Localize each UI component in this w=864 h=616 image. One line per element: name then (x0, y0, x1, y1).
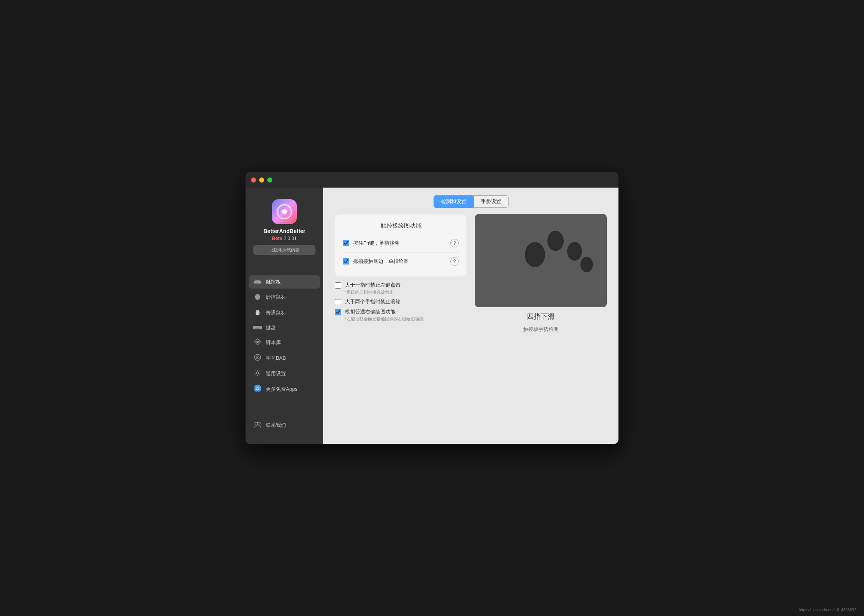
left-panel: 触控板绘图功能 按住Fn键，单指移动 ? 拇指接触底边，单指绘图 ? (335, 214, 467, 436)
svg-point-1 (282, 209, 287, 214)
finger-dot-2 (547, 231, 564, 251)
sidebar-item-learn-bab[interactable]: 学习BAB (249, 351, 320, 365)
general-icon (253, 369, 262, 378)
option-row-disable-left: 大于一指时禁止左键点击 *系统的三指拖拽会被禁止 (335, 282, 467, 295)
content: BetterAndBetter Beta 2.0.01 此版本测试内容 (246, 188, 618, 444)
general-label: 通用设置 (266, 370, 286, 377)
scripts-icon (253, 338, 262, 347)
option-text-disable-left: 大于一指时禁止左键点击 *系统的三指拖拽会被禁止 (345, 282, 401, 295)
sidebar-item-touchpad[interactable]: 触控板 (249, 275, 320, 289)
title-bar (246, 172, 618, 188)
main-content-area: 触控板绘图功能 按住Fn键，单指移动 ? 拇指接触底边，单指绘图 ? (323, 214, 618, 444)
option-rows: 大于一指时禁止左键点击 *系统的三指拖拽会被禁止 大于两个手指时禁止滚轮 (335, 282, 467, 322)
minimize-button[interactable] (259, 177, 264, 183)
contact-icon (253, 421, 262, 429)
option-row-simulate-right: 模拟普通右键绘图功能 *右键拖移会触发普通鼠标的右键绘图功能 (335, 308, 467, 322)
svg-rect-2 (254, 281, 261, 284)
checkbox-row-fn: 按住Fn键，单指移动 ? (343, 236, 459, 251)
more-apps-icon: A (253, 385, 262, 393)
svg-rect-10 (256, 327, 257, 327)
normal-mouse-label: 普通鼠标 (266, 310, 286, 317)
thumb-label: 拇指接触底边，单指绘图 (353, 258, 409, 265)
thumb-help[interactable]: ? (450, 257, 459, 266)
card-divider (343, 252, 459, 252)
more-apps-label: 更多免费Apps (266, 386, 298, 393)
simulate-right-label: 模拟普通右键绘图功能 (345, 308, 423, 315)
finger-dot-4 (580, 257, 593, 272)
svg-point-18 (257, 357, 258, 358)
option-text-disable-scroll: 大于两个手指时禁止滚轮 (345, 298, 401, 305)
disable-left-label: 大于一指时禁止左键点击 (345, 282, 401, 289)
maximize-button[interactable] (267, 177, 272, 183)
sidebar-nav: 触控板 妙控鼠标 (246, 275, 323, 414)
simulate-right-checkbox[interactable] (335, 309, 341, 315)
scripts-label: 脚本库 (266, 339, 281, 346)
tab-bar: 检测和设置 手势设置 (323, 188, 618, 214)
app-window: BetterAndBetter Beta 2.0.01 此版本测试内容 (246, 172, 618, 444)
thumb-checkbox[interactable] (343, 258, 349, 264)
disable-scroll-checkbox[interactable] (335, 299, 341, 305)
finger-dot-1 (525, 242, 545, 267)
keyboard-icon (253, 324, 262, 331)
beta-button[interactable]: 此版本测试内容 (253, 245, 315, 255)
right-panel: 四指下滑 触控板手势检测 (475, 214, 607, 436)
fn-key-checkbox[interactable] (343, 240, 349, 246)
url-bar: https://blog.csdn.net/u014306892 (799, 608, 856, 612)
svg-point-23 (257, 422, 260, 425)
sidebar-item-scripts[interactable]: 脚本库 (249, 335, 320, 350)
sidebar-item-normal-mouse[interactable]: 普通鼠标 (249, 306, 320, 320)
gesture-label: 四指下滑 (475, 312, 607, 321)
simulate-right-desc: *右键拖移会触发普通鼠标的右键绘图功能 (345, 316, 423, 322)
contact-label: 联系我们 (266, 422, 286, 429)
svg-point-19 (256, 372, 259, 374)
normal-mouse-icon (253, 309, 262, 317)
fn-key-label: 按住Fn键，单指移动 (353, 240, 399, 247)
touchpad-icon (253, 278, 262, 285)
sidebar-bottom: 联系我们 (246, 414, 323, 436)
svg-text:A: A (256, 386, 259, 391)
app-version: Beta 2.0.01 (272, 236, 296, 241)
tab-gesture-settings[interactable]: 手势设置 (474, 195, 509, 208)
version-number: 2.0.01 (284, 236, 296, 241)
gesture-visual (475, 214, 607, 307)
checkbox-row-thumb: 拇指接触底边，单指绘图 ? (343, 254, 459, 269)
app-name: BetterAndBetter (263, 228, 305, 234)
magic-mouse-icon (253, 292, 262, 302)
svg-point-15 (256, 341, 259, 343)
disable-scroll-label: 大于两个手指时禁止滚轮 (345, 298, 401, 305)
main-panel: 检测和设置 手势设置 触控板绘图功能 按住Fn键，单指移动 ? (323, 188, 618, 444)
svg-rect-3 (255, 280, 260, 281)
svg-rect-8 (253, 326, 262, 329)
touchpad-label: 触控板 (266, 278, 281, 285)
disable-left-click-checkbox[interactable] (335, 282, 341, 289)
finger-dot-3 (567, 242, 582, 261)
contact-item[interactable]: 联系我们 (249, 418, 320, 432)
option-row-disable-scroll: 大于两个手指时禁止滚轮 (335, 298, 467, 305)
sidebar-header: BetterAndBetter Beta 2.0.01 此版本测试内容 (246, 195, 323, 263)
drawing-card: 触控板绘图功能 按住Fn键，单指移动 ? 拇指接触底边，单指绘图 ? (335, 214, 467, 277)
sidebar-item-more-apps[interactable]: A 更多免费Apps (249, 382, 320, 397)
app-icon (272, 199, 297, 224)
sidebar-divider (246, 269, 323, 269)
drawing-card-title: 触控板绘图功能 (343, 222, 459, 230)
gesture-sublabel: 触控板手势检测 (475, 326, 607, 333)
svg-rect-9 (254, 327, 255, 327)
sidebar-item-general[interactable]: 通用设置 (249, 366, 320, 381)
sidebar-item-keyboard[interactable]: 键盘 (249, 321, 320, 334)
fn-key-help[interactable]: ? (450, 239, 459, 247)
keyboard-label: 键盘 (266, 324, 276, 331)
close-button[interactable] (251, 177, 256, 183)
svg-rect-13 (255, 328, 260, 329)
tab-detect-settings[interactable]: 检测和设置 (434, 195, 474, 208)
learn-bab-label: 学习BAB (266, 355, 286, 362)
option-text-simulate-right: 模拟普通右键绘图功能 *右键拖移会触发普通鼠标的右键绘图功能 (345, 308, 423, 322)
sidebar: BetterAndBetter Beta 2.0.01 此版本测试内容 (246, 188, 323, 444)
sidebar-item-magic-mouse[interactable]: 妙控鼠标 (249, 289, 320, 305)
svg-rect-12 (260, 327, 261, 327)
version-beta: Beta (272, 236, 282, 241)
svg-rect-11 (258, 327, 259, 327)
learn-bab-icon (253, 354, 262, 362)
traffic-lights (251, 177, 272, 183)
magic-mouse-label: 妙控鼠标 (266, 294, 286, 301)
disable-left-desc: *系统的三指拖拽会被禁止 (345, 289, 401, 295)
